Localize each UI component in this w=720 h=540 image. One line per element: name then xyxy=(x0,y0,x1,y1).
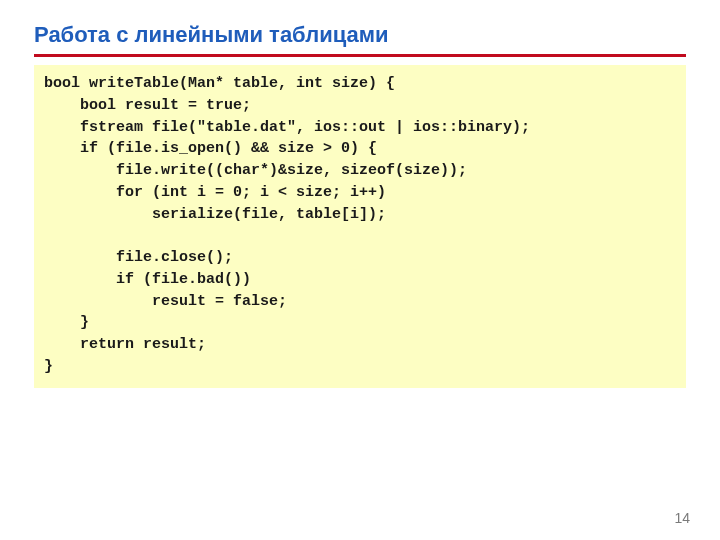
title-rule xyxy=(34,54,686,57)
slide: Работа с линейными таблицами bool writeT… xyxy=(0,0,720,540)
code-block: bool writeTable(Man* table, int size) { … xyxy=(34,65,686,388)
page-number: 14 xyxy=(674,510,690,526)
page-title: Работа с линейными таблицами xyxy=(34,22,686,48)
